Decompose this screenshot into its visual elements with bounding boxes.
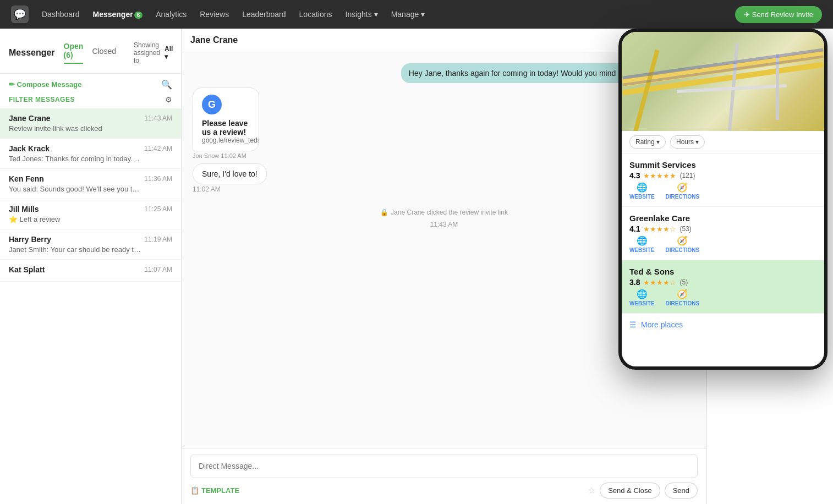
more-places-button[interactable]: ☰ More places xyxy=(622,314,824,336)
nav-reviews[interactable]: Reviews xyxy=(200,8,229,21)
place-info: Ted & Sons 3.8 ★★★★☆ (5) 🌐 WEBSITE 🧭 DIR… xyxy=(629,267,816,306)
nav-analytics[interactable]: Analytics xyxy=(156,8,187,21)
messenger-panel: Messenger Open (6) Closed Showing assign… xyxy=(0,29,182,504)
send-button[interactable]: Send xyxy=(665,483,698,498)
directions-label: DIRECTIONS xyxy=(666,247,700,253)
directions-icon: 🧭 xyxy=(677,182,688,193)
place-item-summit: Summit Services 4.3 ★★★★★ (121) 🌐 WEBSIT… xyxy=(622,154,824,207)
place-rating: 4.1 xyxy=(629,224,640,233)
list-item[interactable]: Ken Fenn 11:36 AM You said: Sounds good!… xyxy=(0,169,181,199)
logo-icon: 💬 xyxy=(14,8,26,20)
star-button[interactable]: ☆ xyxy=(588,485,595,496)
list-item[interactable]: Jack Krack 11:42 AM Ted Jones: Thanks fo… xyxy=(0,139,181,169)
place-stars: ★★★★☆ xyxy=(643,225,676,233)
input-toolbar: 📋 TEMPLATE ☆ Send & Close Send xyxy=(190,483,698,498)
convo-time: 11:36 AM xyxy=(144,175,172,183)
showing-label: Showing assigned to xyxy=(134,41,160,64)
convo-name: Jill Mills xyxy=(9,205,39,213)
list-item[interactable]: Jill Mills 11:25 AM ⭐ Left a review xyxy=(0,199,181,229)
convo-preview: Review invite link was clicked xyxy=(9,124,141,133)
website-button[interactable]: 🌐 WEBSITE xyxy=(629,182,655,200)
compose-row: ✏ Compose Message 🔍 xyxy=(0,74,181,93)
place-reviews: (5) xyxy=(679,278,688,286)
place-stars: ★★★★☆ xyxy=(643,278,676,287)
list-item[interactable]: Kat Splatt 11:07 AM xyxy=(0,260,181,282)
filter-row: FILTER MESSAGES ⚙ xyxy=(0,93,181,108)
list-item[interactable]: Harry Berry 11:19 AM Janet Smith: Your c… xyxy=(0,229,181,260)
nav-manage[interactable]: Manage ▾ xyxy=(391,8,425,21)
nav-dashboard[interactable]: Dashboard xyxy=(42,8,80,21)
website-label: WEBSITE xyxy=(629,194,655,200)
reply-time: 11:02 AM xyxy=(193,185,267,193)
nav-locations[interactable]: Locations xyxy=(299,8,332,21)
directions-icon: 🧭 xyxy=(677,289,688,299)
convo-time: 11:42 AM xyxy=(144,145,172,152)
review-card-link: goog.le/review_tedstires xyxy=(202,136,250,144)
top-navigation: 💬 Dashboard Messenger6 Analytics Reviews… xyxy=(0,0,833,29)
messenger-title: Messenger xyxy=(9,48,55,58)
website-icon: 🌐 xyxy=(637,182,648,193)
directions-label: DIRECTIONS xyxy=(666,300,700,306)
send-review-invite-button[interactable]: ✈ Send Review Invite xyxy=(735,6,822,23)
convo-preview: Ted Jones: Thanks for coming in today. Y… xyxy=(9,155,141,163)
hours-filter[interactable]: Hours ▾ xyxy=(670,135,705,149)
message-input[interactable] xyxy=(190,454,698,478)
place-reviews: (121) xyxy=(679,172,695,179)
convo-name: Harry Berry xyxy=(9,235,51,244)
directions-button[interactable]: 🧭 DIRECTIONS xyxy=(666,235,700,253)
convo-name: Jack Krack xyxy=(9,144,50,153)
convo-name: Kat Splatt xyxy=(9,265,45,274)
convo-name: Jane Crane xyxy=(9,114,50,123)
website-button[interactable]: 🌐 WEBSITE xyxy=(629,289,655,306)
place-info: Greenlake Care 4.1 ★★★★☆ (53) 🌐 WEBSITE … xyxy=(629,213,816,253)
convo-time: 11:07 AM xyxy=(144,266,172,273)
convo-preview: Janet Smith: Your car should be ready th… xyxy=(9,245,141,254)
nav-insights[interactable]: Insights ▾ xyxy=(346,8,378,21)
rating-filter[interactable]: Rating ▾ xyxy=(629,135,666,149)
template-button[interactable]: 📋 TEMPLATE xyxy=(190,486,239,495)
directions-icon: 🧭 xyxy=(677,235,688,246)
list-item[interactable]: Jane Crane 11:43 AM Review invite link w… xyxy=(0,108,181,139)
app-logo: 💬 xyxy=(11,6,29,23)
main-area: Messenger Open (6) Closed Showing assign… xyxy=(0,29,833,504)
website-label: WEBSITE xyxy=(629,300,655,306)
review-card-title: Please leave us a review! xyxy=(202,119,250,136)
tab-open[interactable]: Open (6) xyxy=(64,42,84,64)
website-icon: 🌐 xyxy=(637,289,648,299)
directions-label: DIRECTIONS xyxy=(666,194,700,200)
website-icon: 🌐 xyxy=(637,235,648,246)
place-name: Greenlake Care xyxy=(629,213,816,223)
showing-value[interactable]: All ▾ xyxy=(165,45,173,61)
place-info: Summit Services 4.3 ★★★★★ (121) 🌐 WEBSIT… xyxy=(629,160,816,200)
messenger-title-row: Messenger Open (6) Closed Showing assign… xyxy=(9,36,172,69)
website-button[interactable]: 🌐 WEBSITE xyxy=(629,235,655,253)
directions-button[interactable]: 🧭 DIRECTIONS xyxy=(666,182,700,200)
convo-time: 11:43 AM xyxy=(144,114,172,122)
messenger-header: Messenger Open (6) Closed Showing assign… xyxy=(0,29,181,74)
place-item-ted-sons: Ted & Sons 3.8 ★★★★☆ (5) 🌐 WEBSITE 🧭 DIR… xyxy=(622,260,824,314)
phone-filters: Rating ▾ Hours ▾ xyxy=(622,131,824,154)
phone-mockup: Rating ▾ Hours ▾ Summit Services 4.3 ★★★… xyxy=(618,29,827,370)
message-meta: Jon Snow 11:02 AM xyxy=(193,152,303,159)
search-button[interactable]: 🔍 xyxy=(161,79,172,90)
tab-closed[interactable]: Closed xyxy=(92,47,116,59)
filter-label: FILTER MESSAGES xyxy=(9,96,75,103)
send-close-button[interactable]: Send & Close xyxy=(600,483,660,498)
website-label: WEBSITE xyxy=(629,247,655,253)
directions-button[interactable]: 🧭 DIRECTIONS xyxy=(666,289,700,306)
place-name: Summit Services xyxy=(629,160,816,169)
convo-time: 11:19 AM xyxy=(144,235,172,243)
message-inbound: Sure, I'd love to! 11:02 AM xyxy=(193,163,267,193)
place-name: Ted & Sons xyxy=(629,267,816,276)
place-stars: ★★★★★ xyxy=(643,172,676,180)
review-card-message: G Please leave us a review! goog.le/revi… xyxy=(193,87,303,159)
filter-icon[interactable]: ⚙ xyxy=(165,95,172,104)
showing-filter: Showing assigned to All ▾ xyxy=(134,41,173,64)
nav-messenger[interactable]: Messenger6 xyxy=(93,8,143,21)
compose-message-button[interactable]: ✏ Compose Message xyxy=(9,80,81,89)
google-logo: G xyxy=(202,95,222,114)
list-icon: ☰ xyxy=(629,320,637,329)
conversation-list: Jane Crane 11:43 AM Review invite link w… xyxy=(0,108,181,504)
nav-leaderboard[interactable]: Leaderboard xyxy=(242,8,286,21)
input-actions: ☆ Send & Close Send xyxy=(588,483,698,498)
